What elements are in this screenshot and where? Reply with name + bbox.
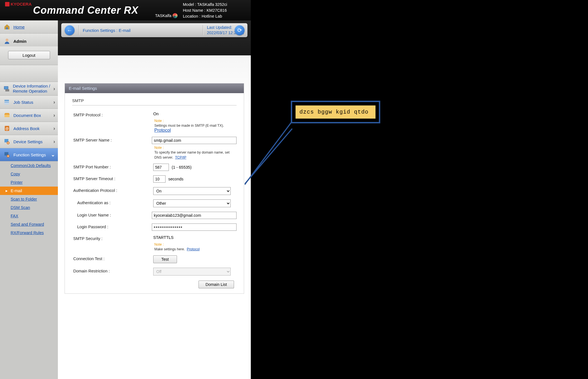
- link-protocol[interactable]: Protocol: [154, 128, 171, 133]
- document-box-icon: [3, 112, 11, 119]
- sidebar-item-job-status[interactable]: Job Status ›: [0, 96, 58, 109]
- auth-protocol-select[interactable]: On: [153, 187, 231, 195]
- chevron-right-icon: ›: [53, 112, 55, 118]
- sidebar-user: Admin: [0, 34, 58, 46]
- auth-as-select[interactable]: Other: [153, 199, 231, 207]
- back-button[interactable]: ←: [65, 25, 75, 35]
- svg-point-14: [8, 156, 9, 157]
- sidebar-user-label: Admin: [13, 39, 27, 44]
- job-status-icon: [3, 98, 11, 106]
- chevron-right-icon: ›: [53, 139, 55, 145]
- vendor-logo: KYOCERA: [5, 2, 32, 6]
- row-auth-protocol: Authentication Protocol : On: [72, 185, 237, 197]
- subnav-send-forward[interactable]: Send and Forward: [0, 220, 58, 229]
- callout-text: dzcs bggw kgid qtdo: [296, 105, 376, 119]
- sidebar-item-device-settings[interactable]: Device Settings ›: [0, 135, 58, 148]
- sidebar-item-label: Device Information / Remote Operation: [13, 84, 55, 94]
- refresh-icon: ⟳: [237, 27, 242, 34]
- row-domain-restrict: Domain Restriction : Off: [72, 265, 237, 278]
- svg-rect-3: [4, 100, 9, 101]
- product-title: Command Center RX: [33, 4, 138, 16]
- callout-pointer: [245, 112, 301, 190]
- svg-point-11: [8, 142, 9, 143]
- svg-point-0: [6, 39, 8, 41]
- sidebar-home[interactable]: Home: [0, 20, 58, 34]
- subnav-function-settings: Common/Job Defaults Copy Printer E-mail …: [0, 161, 58, 237]
- subnav-scan-to-folder[interactable]: Scan to Folder: [0, 195, 58, 203]
- domain-restrict-select[interactable]: Off: [153, 268, 231, 276]
- svg-rect-1: [4, 86, 8, 89]
- logout-button[interactable]: Logout: [8, 51, 50, 59]
- sidebar-item-label: Device Settings: [13, 139, 42, 144]
- kyocera-mark-icon: [5, 2, 10, 6]
- color-wheel-icon: [173, 13, 178, 18]
- row-smtp-timeout: SMTP Server Timeout : seconds: [72, 173, 237, 185]
- main-panel: ← Function Settings : E-mail Last Update…: [58, 20, 251, 379]
- svg-line-15: [245, 129, 292, 184]
- port-range: (1 - 65535): [172, 165, 192, 170]
- refresh-button[interactable]: ⟳: [235, 25, 245, 35]
- link-protocol-sec[interactable]: Protocol: [187, 247, 200, 251]
- sidebar-item-label: Job Status: [13, 100, 33, 105]
- smtp-protocol-value: On: [153, 112, 237, 116]
- password-callout: dzcs bggw kgid qtdo: [291, 101, 380, 123]
- domain-list-button[interactable]: Domain List: [199, 281, 234, 288]
- note-smtp-protocol: Note : Settings must be made in SMTP (E-…: [72, 119, 237, 133]
- arrow-left-icon: ←: [67, 27, 72, 34]
- row-smtp-port: SMTP Port Number : (1 - 65535): [72, 161, 237, 173]
- row-domain-list: Domain List: [72, 281, 237, 288]
- login-user-input[interactable]: [152, 212, 237, 219]
- note-smtp-security: Note : Make settings here. Protocol: [72, 243, 237, 251]
- smtp-server-input[interactable]: [152, 137, 237, 144]
- content-panel: E-mail Settings SMTP SMTP Protocol : On …: [65, 83, 244, 294]
- svg-line-16: [245, 117, 295, 185]
- row-login-pass: Login Password :: [72, 221, 237, 233]
- sidebar-spacer: [0, 65, 58, 82]
- row-smtp-server: SMTP Server Name :: [72, 135, 237, 146]
- subnav-email[interactable]: E-mail: [0, 187, 58, 195]
- app-frame: KYOCERA Command Center RX TASKalfa Model…: [0, 0, 251, 379]
- timeout-unit: seconds: [168, 177, 183, 181]
- smtp-port-input[interactable]: [153, 164, 169, 171]
- svg-rect-6: [4, 115, 10, 117]
- smtp-timeout-input[interactable]: [153, 175, 166, 183]
- subnav-copy[interactable]: Copy: [0, 170, 58, 178]
- subbrand-text: TASKalfa: [155, 13, 171, 18]
- breadcrumb-bar: ← Function Settings : E-mail Last Update…: [61, 23, 247, 37]
- sidebar-item-label: Function Settings: [13, 152, 46, 157]
- address-book-icon: @: [3, 125, 11, 132]
- subnav-printer[interactable]: Printer: [0, 178, 58, 187]
- row-login-user: Login User Name :: [72, 209, 237, 221]
- subnav-dsm-scan[interactable]: DSM Scan: [0, 203, 58, 212]
- subnav-fax[interactable]: FAX: [0, 212, 58, 220]
- chevron-right-icon: ›: [53, 99, 55, 105]
- smtp-security-value: STARTTLS: [153, 235, 237, 240]
- breadcrumb-text: Function Settings : E-mail: [83, 28, 131, 33]
- chevron-right-icon: ›: [53, 86, 55, 92]
- sidebar-item-function-settings[interactable]: Function Settings ⌄: [0, 148, 58, 161]
- home-icon: [3, 23, 11, 30]
- sidebar-item-address-book[interactable]: @ Address Book ›: [0, 122, 58, 135]
- function-settings-icon: [3, 151, 11, 158]
- device-settings-icon: [3, 138, 11, 145]
- subbrand: TASKalfa: [155, 13, 178, 18]
- logout-wrap: Logout: [0, 46, 58, 65]
- device-meta: Model : TASKalfa 3252ci Host Name : KM27…: [183, 2, 227, 19]
- sidebar-item-label: Document Box: [13, 113, 41, 118]
- svg-text:@: @: [5, 127, 9, 131]
- sidebar: Home Admin Logout Device Information / R…: [0, 20, 58, 379]
- svg-rect-5: [4, 103, 9, 104]
- subnav-rx-forward-rules[interactable]: RX/Forward Rules: [0, 229, 58, 237]
- row-auth-as: Authentication as : Other: [72, 197, 237, 209]
- link-tcpip[interactable]: TCP/IP: [175, 156, 186, 159]
- login-pass-input[interactable]: [152, 223, 237, 231]
- svg-rect-4: [4, 102, 9, 103]
- sidebar-item-document-box[interactable]: Document Box ›: [0, 109, 58, 122]
- subnav-common-defaults[interactable]: Common/Job Defaults: [0, 161, 58, 170]
- vendor-name: KYOCERA: [11, 2, 32, 6]
- section-title: E-mail Settings: [65, 83, 244, 93]
- test-button[interactable]: Test: [153, 255, 177, 263]
- row-smtp-security: SMTP Security : STARTTLS: [72, 233, 237, 243]
- sidebar-item-device-info[interactable]: Device Information / Remote Operation ›: [0, 82, 58, 96]
- sidebar-item-label: Address Book: [13, 126, 39, 131]
